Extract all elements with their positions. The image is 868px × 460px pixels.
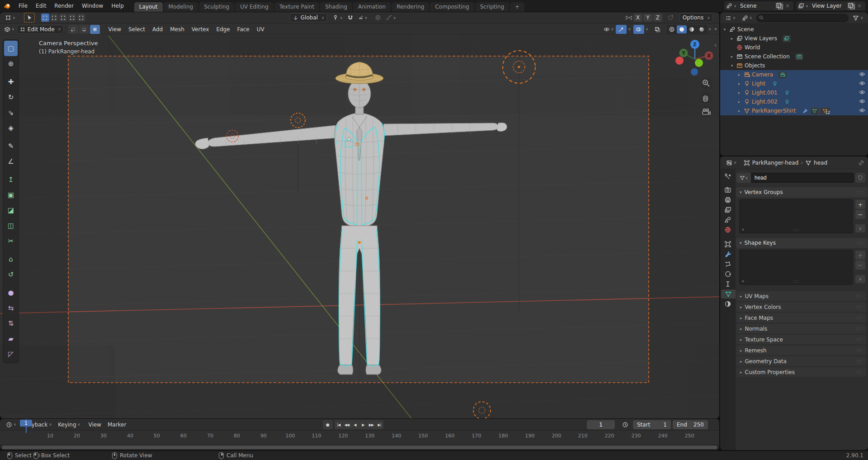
header-collapse-arrow[interactable]: ▾ [715,27,717,31]
tool-knife[interactable]: ✂ [4,233,18,249]
properties-tab-tool[interactable] [720,172,736,181]
viewport-menu[interactable]: UV [253,26,268,33]
transport-jump-to-end[interactable]: ▶| [375,420,383,429]
tool-annotate[interactable]: ✎ [4,138,18,154]
mesh-select-mode-face[interactable] [90,25,100,34]
pin-icon[interactable] [858,160,864,166]
mirror-axis[interactable]: Z [653,14,662,22]
outliner-filter-id-dropdown[interactable]: ∨ [740,14,755,23]
properties-editor-dropdown[interactable]: ∨ [724,158,739,167]
shading-mode-wireframe[interactable] [667,25,677,33]
properties-tab-physics[interactable] [720,270,736,279]
snap-base-button[interactable] [665,13,676,22]
tool-select-box[interactable]: ▢ [4,41,18,56]
outliner-display-mode-dropdown[interactable]: ∨ [723,14,738,23]
workspace-tab[interactable]: Texture Paint [274,2,319,12]
visibility-eye-icon[interactable] [859,107,865,115]
tool-move[interactable]: ✚ [4,74,18,90]
tree-row-objects[interactable]: ▾ Objects [720,61,868,70]
menu[interactable]: Render [50,0,78,12]
transport-play-reverse[interactable]: ◀ [351,420,359,429]
timeline-editor-dropdown[interactable]: ∨ [4,420,19,429]
proportional-falloff-dropdown[interactable]: ∨ [383,13,398,22]
show-object-types-dropdown[interactable]: ∨ [601,25,616,34]
remove-shape-key-button[interactable]: − [855,261,865,270]
menu[interactable]: Help [107,0,127,12]
tree-row-light-002[interactable]: ▸ Light.002 [720,97,868,106]
panel-face-maps[interactable]: ▸ Face Maps :::: [736,313,866,322]
tree-row-view-layers[interactable]: ▸ View Layers [720,34,868,43]
select-option-extend[interactable] [50,14,58,22]
close-view-layer-button[interactable]: × [855,3,863,9]
transport-prev-keyframe[interactable]: ◀◀ [343,420,351,429]
properties-tab-view-layer[interactable] [720,205,736,214]
workspace-tab[interactable]: Sculpting [199,2,234,12]
snap-target-dropdown[interactable]: ∨ [356,13,370,22]
add-vertex-group-button[interactable]: + [855,200,865,209]
current-frame-field[interactable]: 1 [587,420,615,429]
timeline-scrollbar[interactable] [0,445,719,450]
show-gizmo-toggle[interactable] [616,25,627,34]
menu[interactable]: File [14,0,32,12]
workspace-tab[interactable]: Modeling [164,2,198,12]
mesh-select-mode-edge[interactable] [79,25,89,34]
properties-tab-constraints[interactable] [720,280,736,289]
breadcrumb-data[interactable]: head [814,160,827,166]
breadcrumb-object[interactable]: ParkRanger-head [752,160,798,166]
tool-smooth[interactable]: ● [4,285,18,300]
properties-tab-scene[interactable] [720,215,736,224]
options-dropdown[interactable]: Options∨ [679,13,713,22]
properties-tab-modifiers[interactable] [720,250,736,259]
menu[interactable]: Window [78,0,107,12]
show-overlays-toggle[interactable] [633,25,644,34]
visibility-eye-icon[interactable] [859,80,865,88]
select-option-set[interactable] [41,14,49,22]
vertex-group-specials-dropdown[interactable]: ∨ [855,224,865,232]
mirror-axis[interactable]: X [633,14,642,22]
shading-mode-rendered[interactable] [697,25,707,33]
mesh-name-field[interactable] [751,173,854,183]
workspace-tab[interactable]: Rendering [392,2,429,12]
mesh-id-dropdown[interactable]: ∨ [736,173,751,183]
tool-extrude-region[interactable]: ↥ [4,172,18,187]
scrollbar-thumb[interactable] [2,446,717,449]
viewport-menu[interactable]: Face [234,26,253,33]
tool-edge-slide[interactable]: ⇆ [4,300,18,316]
toggle-xray-button[interactable] [652,25,663,34]
tool-poly-build[interactable]: ⌂ [4,251,18,267]
current-frame-badge[interactable]: 1 [20,420,32,427]
panel-uv-maps[interactable]: ▸ UV Maps :::: [736,291,866,301]
mesh-select-mode-vertex[interactable] [68,25,78,34]
record-button[interactable]: ● [323,420,333,429]
fake-user-shield-button[interactable] [855,173,865,183]
shape-keys-list[interactable]: ▸:::: [739,250,853,285]
properties-tab-object-data[interactable] [721,289,736,299]
properties-tab-material[interactable] [720,299,736,308]
workspace-tab[interactable]: + [510,2,524,12]
blender-logo-icon[interactable] [4,2,11,9]
viewport-menu[interactable]: Vertex [188,26,213,33]
active-tool-button[interactable] [24,13,35,23]
select-option-intersect[interactable] [77,14,85,22]
tool-shrink-fatten[interactable]: ⇅ [4,316,18,331]
timeline-ruler[interactable]: 1020304050607080901001101201301401501601… [0,431,719,445]
visibility-eye-icon[interactable] [859,98,865,106]
tool-cursor[interactable]: ⊕ [4,56,18,71]
scene-selector[interactable]: ∨ Scene × [724,1,793,10]
shape-key-specials-dropdown[interactable]: ∨ [855,275,865,283]
properties-tab-particles[interactable] [720,260,736,269]
transport-play[interactable]: ▶ [359,420,367,429]
tool-spin[interactable]: ↺ [4,267,18,282]
select-option-subtract[interactable] [59,14,67,22]
proportional-editing-toggle[interactable] [373,13,383,22]
editor-type-dropdown[interactable]: ∨ [2,25,17,34]
workspace-tab[interactable]: Shading [320,2,352,12]
tree-row-scene-collection[interactable]: ▸ Scene Collection [720,52,868,61]
properties-tab-output[interactable] [720,195,736,204]
properties-tab-object[interactable] [720,240,736,249]
menu[interactable]: Edit [32,0,50,12]
filter-dropdown[interactable]: ∨ [850,14,865,23]
mode-dropdown[interactable]: Edit Mode ∨ [17,25,64,34]
shading-dropdown[interactable]: ∨ [708,27,711,31]
tool-scale[interactable]: ⇘ [4,105,18,120]
